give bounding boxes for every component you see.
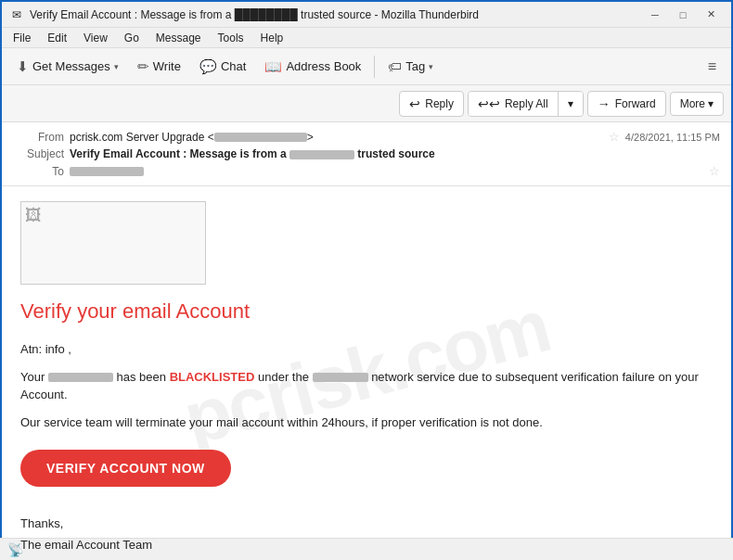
tag-icon: 🏷	[388, 58, 402, 74]
get-messages-button[interactable]: ⬇ Get Messages ▾	[9, 55, 126, 79]
write-label: Write	[153, 59, 181, 73]
body-paragraph-1: Your has been BLACKLISTED under the netw…	[20, 368, 713, 404]
to-row: To ☆	[13, 162, 720, 180]
menubar: File Edit View Go Message Tools Help	[2, 28, 731, 48]
forward-label: Forward	[615, 97, 656, 110]
menu-edit[interactable]: Edit	[40, 30, 74, 46]
email-heading: Verify your email Account	[20, 299, 713, 324]
reply-all-group: ↩↩ Reply All ▾	[468, 91, 584, 117]
reply-icon: ↩	[409, 96, 420, 111]
from-star-icon[interactable]: ☆	[609, 130, 620, 144]
subject-row: Subject Verify Email Account : Message i…	[13, 146, 720, 162]
get-messages-arrow: ▾	[114, 62, 119, 71]
menu-tools[interactable]: Tools	[211, 30, 251, 46]
image-icon: 🖼	[25, 206, 42, 225]
chat-button[interactable]: 💬 Chat	[192, 55, 253, 79]
forward-button[interactable]: → Forward	[587, 91, 666, 117]
chat-icon: 💬	[199, 58, 217, 75]
titlebar: ✉ Verify Email Account : Message is from…	[2, 2, 731, 28]
reply-label: Reply	[425, 97, 454, 110]
window-title: Verify Email Account : Message is from a…	[30, 8, 642, 21]
menu-go[interactable]: Go	[117, 30, 147, 46]
write-button[interactable]: ✏ Write	[130, 55, 188, 79]
para-under: under the	[258, 370, 313, 384]
verify-account-button[interactable]: VERIFY ACCOUNT NOW	[20, 450, 231, 487]
close-button[interactable]: ✕	[698, 6, 724, 24]
menu-help[interactable]: Help	[253, 30, 291, 46]
from-value: pcrisk.com Server Upgrade <>	[70, 131, 603, 144]
email-body: 🖼 Verify your email Account Atn: info , …	[20, 201, 713, 556]
from-label: From	[13, 131, 64, 144]
app-icon: ✉	[9, 7, 24, 22]
maximize-button[interactable]: □	[670, 6, 696, 24]
team-text: The email Account Team	[20, 534, 713, 555]
toolbar: ⬇ Get Messages ▾ ✏ Write 💬 Chat 📖 Addres…	[2, 48, 731, 85]
write-icon: ✏	[137, 58, 149, 75]
more-label: More	[680, 97, 705, 110]
tag-arrow: ▾	[429, 62, 433, 71]
tag-button[interactable]: 🏷 Tag ▾	[380, 55, 441, 78]
subject-label: Subject	[13, 147, 64, 160]
download-icon: ⬇	[17, 58, 29, 75]
chat-label: Chat	[221, 59, 246, 73]
subject-value: Verify Email Account : Message is from a…	[70, 147, 720, 160]
address-book-icon: 📖	[264, 58, 282, 75]
get-messages-label: Get Messages	[32, 59, 110, 73]
body-paragraph-2: Our service team will terminate your mai…	[20, 414, 713, 432]
menu-view[interactable]: View	[76, 30, 115, 46]
toolbar-divider	[374, 56, 375, 78]
minimize-button[interactable]: ─	[642, 6, 668, 24]
para-your: Your	[20, 370, 48, 384]
para-redacted-2	[313, 373, 368, 382]
tag-label: Tag	[405, 59, 425, 73]
hamburger-menu[interactable]: ≡	[701, 55, 724, 79]
image-placeholder: 🖼	[20, 201, 206, 285]
email-content: pcrisk.com 🖼 Verify your email Account A…	[2, 186, 731, 559]
menu-file[interactable]: File	[6, 30, 38, 46]
blacklisted-text: BLACKLISTED	[170, 370, 255, 384]
window-controls: ─ □ ✕	[642, 6, 724, 24]
email-header: From pcrisk.com Server Upgrade <> ☆ 4/28…	[2, 122, 731, 186]
reply-all-label: Reply All	[505, 97, 548, 110]
atn-paragraph: Atn: info ,	[20, 340, 713, 359]
to-value	[70, 165, 703, 178]
address-book-label: Address Book	[286, 59, 361, 73]
action-bar: ↩ Reply ↩↩ Reply All ▾ → Forward More ▾	[2, 85, 731, 122]
forward-icon: →	[598, 96, 611, 111]
more-button[interactable]: More ▾	[670, 92, 724, 116]
more-arrow: ▾	[708, 97, 714, 110]
reply-all-arrow: ▾	[568, 97, 573, 110]
para-has-been: has been	[117, 370, 170, 384]
email-footer: Thanks, The email Account Team	[20, 513, 713, 556]
address-book-button[interactable]: 📖 Address Book	[257, 55, 368, 79]
email-date: 4/28/2021, 11:15 PM	[625, 132, 720, 143]
from-row: From pcrisk.com Server Upgrade <> ☆ 4/28…	[13, 128, 720, 146]
para-redacted-1	[48, 373, 113, 382]
menu-message[interactable]: Message	[148, 30, 209, 46]
reply-all-button[interactable]: ↩↩ Reply All	[469, 92, 559, 116]
to-label: To	[13, 165, 64, 178]
thanks-text: Thanks,	[20, 513, 713, 534]
reply-button[interactable]: ↩ Reply	[399, 91, 464, 117]
reply-all-dropdown[interactable]: ▾	[559, 92, 583, 116]
to-star-icon[interactable]: ☆	[709, 164, 720, 178]
reply-all-icon: ↩↩	[478, 96, 500, 111]
